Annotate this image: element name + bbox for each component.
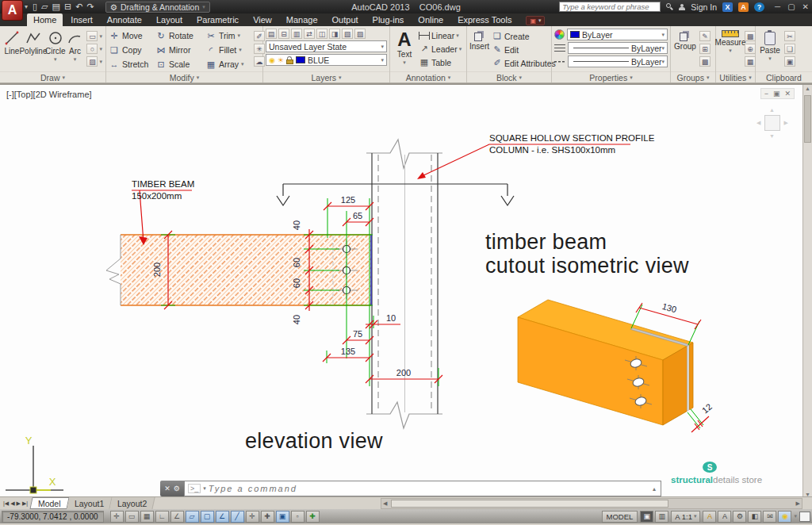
groups-mini-button-0[interactable]: ✎ <box>699 31 710 41</box>
draw-mini-button-0[interactable]: ▭▾ <box>86 31 102 41</box>
viewport-minimize-icon[interactable]: − <box>764 90 768 98</box>
section-marker[interactable] <box>277 184 514 205</box>
status-right-icon-b4[interactable]: ✉ <box>763 511 776 523</box>
status-toggle-7[interactable]: ∠ <box>216 511 229 523</box>
layout-nav-0[interactable]: |◀ <box>3 500 9 507</box>
autodesk360-icon[interactable]: A <box>738 2 749 12</box>
panel-layers-footer[interactable]: Layers▾ <box>263 71 389 82</box>
search-input[interactable] <box>559 2 661 12</box>
workspace-dropdown[interactable]: ⚙ Drafting & Annotation ▾ <box>105 2 210 13</box>
qat-button-4[interactable]: ↶ <box>75 2 82 11</box>
command-caret-icon[interactable]: ▾ <box>203 485 206 492</box>
status-right-icon-b3[interactable]: ◧ <box>748 511 761 523</box>
status-toggle-2[interactable]: ▦ <box>140 511 154 523</box>
status-toggle-4[interactable]: ∠ <box>170 511 184 523</box>
scale-button[interactable]: ⊡Scale <box>155 57 205 71</box>
status-right-icon-b0[interactable]: A <box>703 511 716 523</box>
scroll-up-icon[interactable]: ▲ <box>805 86 810 91</box>
horizontal-scrollbar[interactable]: ◀ ▶ <box>381 498 802 509</box>
vertical-scrollbar[interactable]: ▲ ▼ <box>802 85 812 496</box>
circle-button[interactable]: Circle ▾ <box>45 29 66 71</box>
object-color-dropdown[interactable]: ByLayer ▾ <box>567 29 668 40</box>
utilities-mini-button-0[interactable]: ▩ <box>745 31 756 41</box>
media-button[interactable]: ▣ ▾ <box>526 16 545 25</box>
table-button[interactable]: ▦Table <box>419 57 462 67</box>
status-toggle-12[interactable]: ▫ <box>291 511 304 523</box>
app-menu-caret-icon[interactable]: ▾ <box>25 3 28 10</box>
qat-button-1[interactable]: ▱ <box>41 2 48 11</box>
paste-button[interactable]: Paste ▾ <box>758 29 782 71</box>
ribbon-tab-annotate[interactable]: Annotate <box>101 13 148 26</box>
search-icon[interactable] <box>666 3 673 10</box>
measure-button[interactable]: Measure ▾ <box>718 29 742 71</box>
line-button[interactable]: Line <box>2 29 21 71</box>
block-tool-button-1[interactable]: ✎Edit <box>492 44 556 55</box>
ribbon-tab-view[interactable]: View <box>247 13 278 26</box>
ribbon-tab-online[interactable]: Online <box>412 13 450 26</box>
lineweight-dropdown[interactable]: ByLayer ▾ <box>568 42 668 54</box>
trim-button[interactable]: ✂Trim▾ <box>205 29 251 43</box>
viewport-restore-icon[interactable]: ▣ <box>773 90 780 98</box>
dim-12[interactable]: 12 <box>700 401 714 415</box>
ribbon-tab-plug-ins[interactable]: Plug-ins <box>366 13 411 26</box>
draw-mini-button-2[interactable]: ▨▾ <box>86 56 102 67</box>
isometric-view[interactable]: 130 12 <box>518 300 714 432</box>
app-logo-icon[interactable]: A <box>2 0 23 21</box>
vertical-scroll-thumb[interactable] <box>804 95 811 143</box>
arc-button[interactable]: Arc ▾ <box>66 29 85 71</box>
layer-tool-button-2[interactable]: ▥ <box>291 29 302 39</box>
panel-draw-footer[interactable]: Draw▾ <box>0 71 105 82</box>
layout-nav-3[interactable]: ▶| <box>22 500 28 507</box>
mirror-button[interactable]: ⋈Mirror <box>155 43 205 57</box>
qat-button-0[interactable]: ▯ <box>33 2 37 11</box>
layer-tool-button-4[interactable]: ◫ <box>316 29 327 39</box>
groups-mini-button-2[interactable]: ▩ <box>699 56 710 67</box>
window-minimize-button[interactable]: ─ <box>775 2 780 11</box>
status-right-icon-a1[interactable]: ▥ <box>655 511 668 523</box>
viewport-label[interactable]: [-][Top][2D Wireframe] <box>6 90 92 99</box>
block-tool-button-2[interactable]: ✐Edit Attributes <box>492 58 556 68</box>
ribbon-tab-home[interactable]: Home <box>27 13 63 26</box>
dim-130[interactable]: 130 <box>661 301 678 315</box>
stretch-button[interactable]: ↔Stretch <box>109 57 155 71</box>
draw-mini-button-1[interactable]: ○▾ <box>86 44 102 54</box>
scroll-right-icon[interactable]: ▶ <box>795 500 802 507</box>
layout-tab-layout2[interactable]: Layout2 <box>110 497 156 509</box>
horizontal-scroll-thumb[interactable] <box>391 500 668 508</box>
qat-button-2[interactable]: ▤ <box>52 2 60 11</box>
layer-tool-button-0[interactable]: ▤ <box>266 29 277 39</box>
status-right-icon-a0[interactable]: ▣ <box>640 511 653 523</box>
array-button[interactable]: ▦Array▾ <box>205 57 251 71</box>
sign-in-button[interactable]: Sign In <box>691 2 717 12</box>
text-button[interactable]: A Text ▾ <box>393 29 416 71</box>
scroll-left-icon[interactable]: ◀ <box>381 500 389 507</box>
status-toggle-10[interactable]: ✚ <box>261 511 274 523</box>
layer-tool-button-1[interactable]: ⊟ <box>278 29 289 39</box>
status-toggle-0[interactable]: ✛ <box>110 511 124 523</box>
rotate-button[interactable]: ↻Rotate <box>155 29 205 43</box>
command-history-icon[interactable]: ▴ <box>653 485 657 492</box>
utilities-mini-button-1[interactable]: ⊕ <box>745 44 756 54</box>
layer-state-dropdown[interactable]: Unsaved Layer State▾ <box>266 40 387 52</box>
status-toggle-8[interactable]: ╱ <box>231 511 244 523</box>
status-toggle-11[interactable]: ▣ <box>276 511 289 523</box>
copy-button[interactable]: ❏Copy <box>109 43 155 57</box>
move-button[interactable]: ✛Move <box>109 29 155 43</box>
help-icon[interactable]: ? <box>754 2 764 12</box>
layer-tool-button-6[interactable]: ▧ <box>342 29 353 39</box>
column[interactable] <box>366 140 442 428</box>
clipboard-mini-button-2[interactable]: ▣ <box>784 56 795 67</box>
status-toggle-1[interactable]: ▭ <box>125 511 139 523</box>
linetype-dropdown[interactable]: ByLayer ▾ <box>568 56 668 67</box>
command-input[interactable] <box>209 484 650 493</box>
window-maximize-button[interactable]: ▢ <box>787 2 795 11</box>
annotation-labels[interactable]: TIMBER BEAM 150x200mm SQUARE HOLLOW SECT… <box>132 133 655 201</box>
polyline-button[interactable]: Polyline <box>21 29 45 71</box>
status-toggle-9[interactable]: ✛ <box>246 511 259 523</box>
qat-button-3[interactable]: ⊟ <box>64 2 71 11</box>
fillet-button[interactable]: ◜Fillet▾ <box>205 43 251 57</box>
layer-tool-button-5[interactable]: ◨ <box>329 29 340 39</box>
qat-button-5[interactable]: ↷ <box>86 2 94 11</box>
status-toggle-5[interactable]: ▱ <box>186 511 199 523</box>
ribbon-tab-express-tools[interactable]: Express Tools <box>451 13 518 26</box>
